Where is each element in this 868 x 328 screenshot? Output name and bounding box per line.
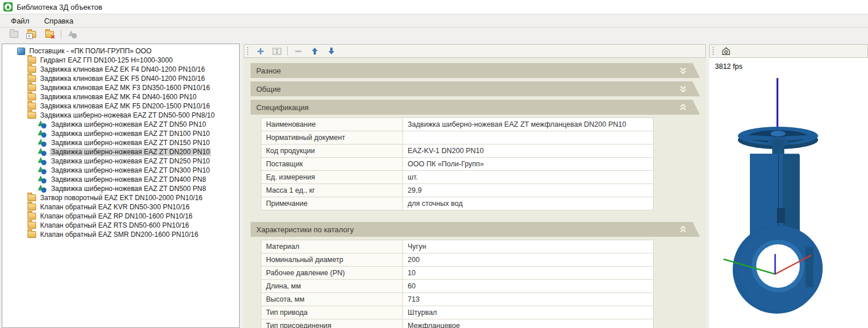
titlebar: Библиотека 3Д объектов	[0, 0, 868, 14]
folder-icon	[28, 194, 36, 201]
toolbar-grip[interactable]	[713, 47, 715, 55]
property-value[interactable]: ООО ПК «Поли-Групп»	[403, 158, 654, 171]
viewer-toolbar	[709, 44, 868, 58]
folder-delete-button[interactable]: ✕	[43, 29, 56, 40]
property-row: Ед. измеренияшт.	[261, 171, 654, 184]
folder-icon	[28, 66, 36, 73]
properties-table: НаименованиеЗадвижка шиберно-ножевая EAZ…	[261, 118, 654, 210]
property-value[interactable]: 29,9	[403, 184, 654, 197]
tree-item[interactable]: Клапан обратный EAZ RTS DN50-600 PN10/16	[2, 221, 239, 230]
panel-header[interactable]: Характеристики по каталогу	[251, 222, 700, 237]
tree-item[interactable]: Задвижка шиберно-ножевая EAZ ZT DN100 PN…	[2, 129, 239, 138]
valve-icon	[38, 139, 47, 147]
tree-item-label: Задвижка клиновая EAZ EK F4 DN40-1200 PN…	[39, 65, 206, 73]
folder-icon	[28, 57, 36, 64]
property-value[interactable]: 713	[403, 293, 654, 306]
folder-icon	[28, 103, 36, 110]
menu-help[interactable]: Справка	[37, 17, 81, 25]
tree-item[interactable]: Задвижка шиберно-ножевая EAZ ZT DN300 PN…	[2, 166, 239, 175]
property-key: Рабочее давление (PN)	[261, 267, 403, 280]
tree-item[interactable]: Клапан обратный EAZ RP DN100-1600 PN10/1…	[2, 212, 239, 221]
tree-item[interactable]: Задвижка клиновая EAZ MK F4 DN40-1600 PN…	[2, 92, 239, 101]
property-row: Тип приводаШтурвал	[261, 306, 654, 319]
panel-header[interactable]: Разное	[251, 63, 700, 78]
tree-item-label: Поставщик - «ПК ПОЛИ-ГРУПП» ООО	[28, 47, 153, 55]
move-down-button[interactable]	[325, 45, 338, 57]
panel-header[interactable]: Общие	[251, 81, 700, 96]
tree-item[interactable]: Поставщик - «ПК ПОЛИ-ГРУПП» ООО	[2, 46, 239, 56]
move-down-icon	[328, 47, 335, 55]
panel-title: Разное	[256, 67, 281, 75]
property-key: Масса 1 ед., кг	[261, 184, 403, 197]
app-window: Библиотека 3Д объектов ФайлСправка x ✕ П…	[0, 0, 868, 328]
valve-object-icon	[68, 30, 77, 38]
tree-item[interactable]: Задвижка клиновая EAZ MK F5 DN200-1500 P…	[2, 101, 239, 111]
home-icon	[721, 46, 731, 56]
property-key: Примечание	[261, 197, 403, 210]
3d-model-valve	[709, 75, 868, 328]
tree-item-label: Задвижка клиновая EAZ MK F3 DN350-1600 P…	[39, 84, 211, 92]
tree-item[interactable]: Затвор поворотный EAZ EKT DN100-2000 PN1…	[2, 193, 239, 202]
folder-button	[7, 29, 20, 40]
tree-item-label: Задвижка шиберно-ножевая EAZ ZT DN400 PN…	[50, 175, 207, 183]
property-value[interactable]: Чугун	[403, 240, 654, 253]
tree-item[interactable]: Задвижка клиновая EAZ EK F4 DN40-1200 PN…	[2, 65, 239, 74]
tree-item[interactable]: Клапан обратный EAZ KVR DN50-300 PN10/16	[2, 202, 239, 212]
property-key: Код продукции	[261, 145, 403, 158]
add-button[interactable]	[254, 45, 267, 57]
property-value[interactable]: 200	[403, 253, 654, 267]
tree-item[interactable]: Задвижка шиберно-ножевая EAZ ZT DN250 PN…	[2, 157, 239, 166]
folder-icon	[28, 93, 36, 100]
property-key: Нормативный документ	[261, 131, 403, 145]
tree-item[interactable]: Задвижка шиберно-ножевая EAZ ZT DN500 PN…	[2, 184, 239, 193]
tree-item[interactable]: Гидрант EAZ ГП DN100-125 H=1000-3000	[2, 56, 239, 65]
property-value[interactable]	[403, 131, 654, 145]
property-row: НаименованиеЗадвижка шиберно-ножевая EAZ…	[261, 118, 654, 131]
tree-item[interactable]: Задвижка клиновая EAZ MK F3 DN350-1600 P…	[2, 83, 239, 92]
property-value[interactable]: EAZ-KV-1 DN200 PN10	[403, 145, 654, 158]
tree-item[interactable]: Задвижка шиберно-ножевая EAZ ZT DN50 PN1…	[2, 120, 239, 129]
property-value[interactable]: 60	[403, 280, 654, 293]
tree-item[interactable]: Задвижка клиновая EAZ EK F5 DN40-1200 PN…	[2, 74, 239, 83]
folder-icon	[28, 204, 36, 210]
property-value[interactable]: для сточных вод	[403, 197, 654, 210]
chevron-up-icon[interactable]	[679, 225, 687, 233]
tree-item[interactable]: Клапан обратный EAZ SMR DN200-1600 PN10/…	[2, 230, 239, 239]
add-icon	[257, 48, 264, 55]
property-value[interactable]: 10	[403, 267, 654, 280]
property-value[interactable]: Межфланцевое	[403, 319, 654, 328]
folder-new-button[interactable]: x	[25, 29, 38, 40]
chevron-down-icon[interactable]	[679, 67, 687, 75]
home-view-button[interactable]	[720, 45, 732, 57]
property-value[interactable]: Штурвал	[403, 306, 654, 319]
property-key: Тип присоединения	[261, 319, 403, 328]
property-row: Код продукцииEAZ-KV-1 DN200 PN10	[261, 145, 654, 158]
tree-item-label: Задвижка шиберно-ножевая EAZ ZT DN150 PN…	[50, 139, 211, 147]
tree-item[interactable]: Задвижка шиберно-ножевая EAZ ZT DN150 PN…	[2, 138, 239, 147]
property-key: Тип привода	[261, 306, 403, 319]
3d-viewport[interactable]: 3812 fps	[709, 58, 868, 328]
property-key: Материал	[261, 240, 403, 253]
tree-item[interactable]: Задвижка шиберно-ножевая EAZ ZT DN200 PN…	[2, 147, 239, 157]
property-value[interactable]: шт.	[403, 171, 654, 184]
tree-item[interactable]: Задвижка шиберно-ножевая EAZ ZT DN50-500…	[2, 111, 239, 120]
panel-header[interactable]: Спецификация	[251, 100, 700, 115]
menu-file[interactable]: Файл	[3, 17, 37, 25]
property-value[interactable]: Задвижка шиберно-ножевая EAZ ZT межфланц…	[403, 118, 654, 131]
chevron-up-icon[interactable]	[679, 103, 687, 111]
tree-item-label: Задвижка шиберно-ножевая EAZ ZT DN300 PN…	[50, 166, 211, 174]
tree-item-label: Клапан обратный EAZ SMR DN200-1600 PN10/…	[39, 231, 200, 239]
property-row: Высота, мм713	[261, 293, 654, 306]
tree-item-label: Клапан обратный EAZ RP DN100-1600 PN10/1…	[39, 212, 194, 220]
tree-item-label: Задвижка шиберно-ножевая EAZ ZT DN500 PN…	[50, 185, 207, 193]
properties-area: РазноеОбщиеСпецификацияНаименованиеЗадви…	[244, 58, 706, 328]
toolbar-grip[interactable]	[247, 47, 250, 55]
property-row: Масса 1 ед., кг29,9	[261, 184, 654, 197]
valve-icon	[38, 148, 47, 156]
library-tree[interactable]: Поставщик - «ПК ПОЛИ-ГРУПП» ОООГидрант E…	[2, 44, 240, 328]
tree-item-label: Задвижка клиновая EAZ EK F5 DN40-1200 PN…	[39, 75, 206, 83]
move-up-button[interactable]	[308, 45, 321, 57]
tree-item[interactable]: Задвижка шиберно-ножевая EAZ ZT DN400 PN…	[2, 175, 239, 184]
chevron-down-icon[interactable]	[679, 85, 687, 93]
fps-counter: 3812 fps	[715, 63, 742, 71]
